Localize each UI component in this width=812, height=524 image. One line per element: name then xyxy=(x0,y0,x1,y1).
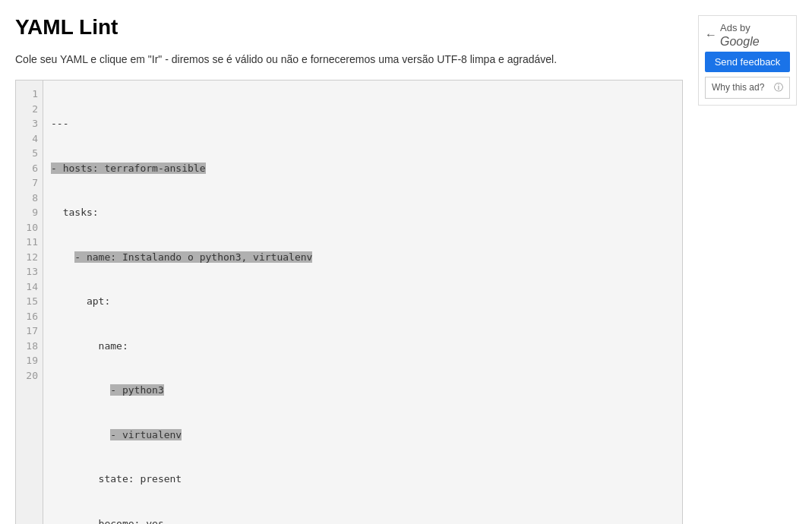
send-feedback-button[interactable]: Send feedback xyxy=(705,52,790,72)
info-icon: ⓘ xyxy=(774,81,783,94)
sidebar: ← Ads by Google Send feedback Why this a… xyxy=(698,15,797,524)
code-line-7: - python3 xyxy=(51,383,675,398)
code-content[interactable]: --- - hosts: terraform-ansible tasks: - … xyxy=(43,80,682,524)
code-line-6: name: xyxy=(51,339,675,354)
page-title: YAML Lint xyxy=(15,15,683,39)
code-line-3: tasks: xyxy=(51,205,675,220)
ads-by-text: Ads by xyxy=(720,22,760,34)
why-this-ad-button[interactable]: Why this ad? ⓘ xyxy=(705,77,790,99)
line-numbers: 12345 678910 1112131415 1617181920 xyxy=(16,80,43,524)
description: Cole seu YAML e clique em "Ir" - diremos… xyxy=(15,52,683,68)
code-line-4: - name: Instalando o python3, virtualenv xyxy=(51,250,675,265)
back-arrow-icon[interactable]: ← xyxy=(705,28,717,42)
yaml-editor[interactable]: 12345 678910 1112131415 1617181920 --- -… xyxy=(15,80,683,524)
code-line-1: --- xyxy=(51,116,675,131)
main-content: YAML Lint Cole seu YAML e clique em "Ir"… xyxy=(15,15,683,524)
code-line-8: - virtualenv xyxy=(51,428,675,443)
code-line-2: - hosts: terraform-ansible xyxy=(51,161,675,176)
google-text: Google xyxy=(720,34,760,49)
code-line-9: state: present xyxy=(51,472,675,487)
code-line-5: apt: xyxy=(51,294,675,309)
ads-by-google: Ads by Google xyxy=(720,22,760,49)
code-line-10: become: yes xyxy=(51,516,675,525)
ad-container: ← Ads by Google Send feedback Why this a… xyxy=(698,15,797,106)
ad-header: ← Ads by Google xyxy=(705,22,790,49)
